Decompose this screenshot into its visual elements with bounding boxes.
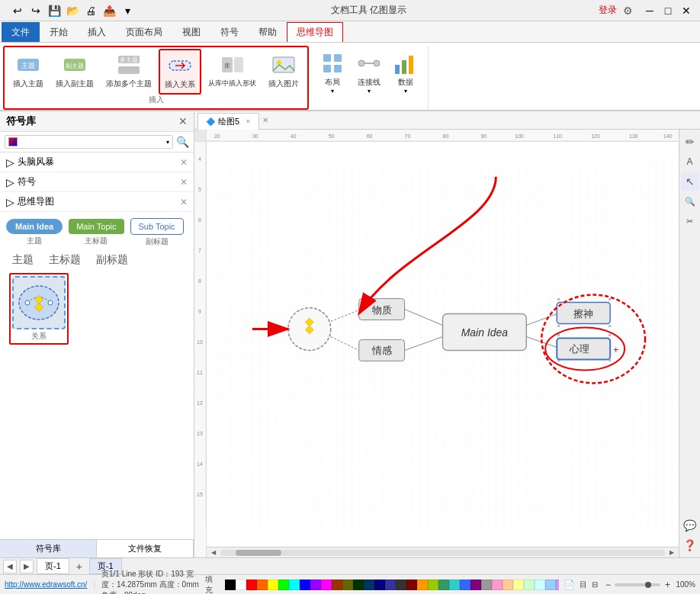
print-button[interactable]: 🖨 <box>82 2 99 19</box>
swatch-teal-green[interactable] <box>438 580 449 590</box>
swatch-lime[interactable] <box>428 580 438 590</box>
tab-mindmap[interactable]: 思维导图 <box>287 22 343 42</box>
insert-topic-button[interactable]: 主题 插入主题 <box>8 49 49 93</box>
pen-tool-button[interactable]: ✏ <box>681 133 699 151</box>
scroll-left-button[interactable]: ◀ <box>208 547 219 558</box>
canvas-tab-add[interactable]: ✕ <box>262 116 268 124</box>
swatch-light-yellow[interactable] <box>513 580 524 590</box>
insert-image-button[interactable]: 插入图片 <box>263 49 304 93</box>
swatch-black[interactable] <box>225 580 236 590</box>
data-button[interactable]: 数据 ▾ <box>388 47 423 98</box>
swatch-dark-gray[interactable] <box>396 580 406 590</box>
swatch-dark-purple[interactable] <box>470 580 481 590</box>
settings-button[interactable]: ⚙ <box>623 5 633 17</box>
page-nav-prev-button[interactable]: ◀ <box>3 560 17 573</box>
swatch-gray[interactable] <box>481 580 492 590</box>
undo-button[interactable]: ↩ <box>9 2 26 19</box>
symbol-main-title-text[interactable]: 主标题 <box>49 253 81 267</box>
more-qa-button[interactable]: ▾ <box>119 2 136 19</box>
tab-symbol[interactable]: 符号 <box>210 22 249 42</box>
category-mindmap-close[interactable]: ✕ <box>180 197 188 207</box>
clip-tool-button[interactable]: ✂ <box>681 212 699 230</box>
swatch-maroon[interactable] <box>406 580 417 590</box>
swatch-cornflower[interactable] <box>460 580 470 590</box>
swatch-light-blue[interactable] <box>545 580 556 590</box>
swatch-dark-green[interactable] <box>353 580 364 590</box>
insert-relation-button[interactable]: 插入关系 <box>159 49 201 95</box>
symbol-main-idea[interactable]: Main Idea 主题 <box>6 219 63 246</box>
layout-button[interactable]: 布局 ▾ <box>315 47 350 98</box>
swatch-indigo[interactable] <box>385 580 396 590</box>
swatch-peach[interactable] <box>503 580 513 590</box>
swatch-blue[interactable] <box>300 580 310 590</box>
scroll-right-button[interactable]: ▶ <box>666 547 677 558</box>
login-button[interactable]: 登录 <box>599 4 617 17</box>
zoom-thumb[interactable] <box>645 582 651 588</box>
zoom-in-button[interactable]: + <box>662 580 673 590</box>
add-multi-topic-button[interactable]: 多主题 添加多个主题 <box>101 49 157 93</box>
swatch-light-green[interactable] <box>524 580 535 590</box>
category-symbol[interactable]: ▷ 符号 ✕ <box>0 172 194 192</box>
swatch-purple[interactable] <box>310 580 321 590</box>
tab-page-layout[interactable]: 页面布局 <box>116 22 172 42</box>
symbol-sub-topic[interactable]: Sub Topic 副标题 <box>130 218 184 247</box>
category-brainstorm[interactable]: ▷ 头脑风暴 ✕ <box>0 153 194 172</box>
swatch-magenta[interactable] <box>321 580 332 590</box>
panel-close-button[interactable]: ✕ <box>178 115 188 127</box>
tab-start[interactable]: 开始 <box>40 22 78 42</box>
swatch-white[interactable] <box>236 580 246 590</box>
open-button[interactable]: 📂 <box>64 2 81 19</box>
tab-view[interactable]: 视图 <box>172 22 210 42</box>
scroll-thumb-h[interactable] <box>236 550 281 556</box>
maximize-button[interactable]: □ <box>660 3 676 18</box>
symbol-relation[interactable]: 关系 <box>9 273 69 345</box>
page-nav-next-button[interactable]: ▶ <box>20 560 34 573</box>
comment-button[interactable]: 💬 <box>681 516 699 535</box>
text-tool-button[interactable]: A <box>681 153 699 171</box>
swatch-orange[interactable] <box>257 580 268 590</box>
insert-sub-topic-button[interactable]: 副主题 插入副主题 <box>50 49 99 93</box>
category-brainstorm-close[interactable]: ✕ <box>180 157 188 168</box>
close-button[interactable]: ✕ <box>679 3 694 18</box>
zoom-out-button[interactable]: − <box>602 580 613 590</box>
symbol-main-topic[interactable]: Main Topic 主标题 <box>69 219 124 246</box>
canvas-content[interactable]: 物质 情感 Main Idea <box>207 142 679 547</box>
redo-button[interactable]: ↪ <box>27 2 44 19</box>
minimize-button[interactable]: ─ <box>642 3 657 18</box>
swatch-yellow[interactable] <box>268 580 278 590</box>
status-link[interactable]: http://www.edrawsoft.cn/ <box>5 580 87 589</box>
swatch-dark-blue[interactable] <box>374 580 385 590</box>
canvas-tab-drawing5[interactable]: 🔷 绘图5 ✕ <box>197 113 259 130</box>
save-button[interactable]: 💾 <box>46 2 63 19</box>
symbol-sub-title-text[interactable]: 副标题 <box>96 253 128 267</box>
search-button[interactable]: 🔍 <box>176 136 189 148</box>
page-add-button[interactable]: + <box>72 560 86 573</box>
connector-button[interactable]: 连接线 ▾ <box>352 47 387 98</box>
zoom-slider[interactable] <box>615 583 660 586</box>
swatch-lavender[interactable] <box>556 580 559 590</box>
symbol-topic-text[interactable]: 主题 <box>12 253 34 267</box>
page-tab-1[interactable]: 页-1 <box>37 558 69 574</box>
swatch-pink[interactable] <box>492 580 503 590</box>
tab-insert[interactable]: 插入 <box>78 22 116 42</box>
swatch-light-cyan[interactable] <box>535 580 545 590</box>
page-view-icon[interactable]: 📄 <box>564 580 575 590</box>
tab-file[interactable]: 文件 <box>2 22 40 42</box>
category-symbol-close[interactable]: ✕ <box>180 177 188 188</box>
category-mindmap[interactable]: ▷ 思维导图 ✕ <box>0 192 194 212</box>
tab-help[interactable]: 帮助 <box>249 22 287 42</box>
pointer-tool-button[interactable]: ↖ <box>681 172 699 191</box>
swatch-red[interactable] <box>246 580 257 590</box>
grid-view-icon[interactable]: ⊟ <box>592 580 598 589</box>
swatch-teal[interactable] <box>449 580 460 590</box>
tab-symbol-library[interactable]: 符号库 <box>0 540 97 557</box>
zoom-tool-button[interactable]: 🔍 <box>681 192 699 210</box>
swatch-brown[interactable] <box>332 580 342 590</box>
swatch-olive[interactable] <box>342 580 353 590</box>
horizontal-scrollbar[interactable]: ◀ ▶ <box>207 547 679 557</box>
swatch-cyan[interactable] <box>289 580 300 590</box>
swatch-amber[interactable] <box>417 580 428 590</box>
swatch-navy[interactable] <box>364 580 374 590</box>
tab-file-recovery[interactable]: 文件恢复 <box>97 540 194 557</box>
export-button[interactable]: 📤 <box>101 2 117 19</box>
